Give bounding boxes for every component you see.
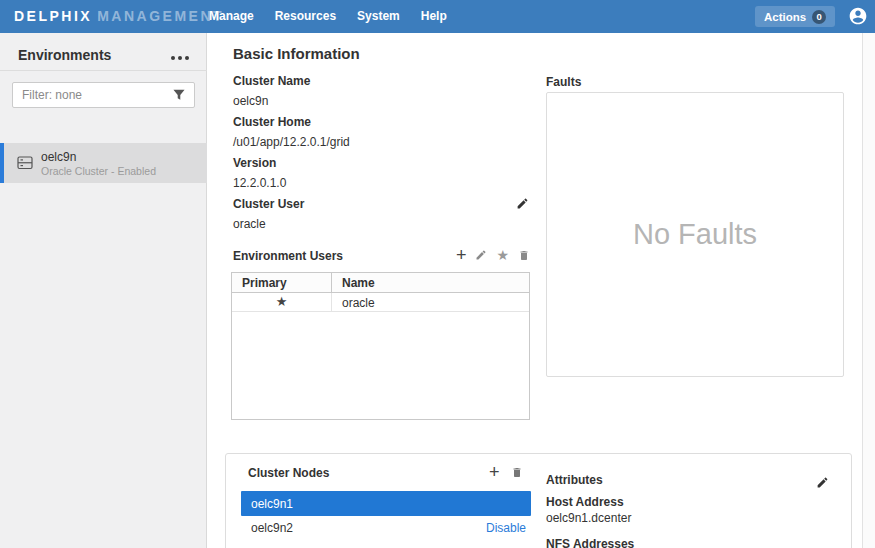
vertical-scrollbar[interactable] <box>862 33 875 548</box>
filter-input[interactable]: Filter: none <box>12 82 195 108</box>
nav-item-help[interactable]: Help <box>419 0 449 33</box>
actions-button-label: Actions <box>764 11 806 23</box>
brand-logo: DELPHIXMANAGEMENT <box>14 0 224 33</box>
primary-star-cell: ★ <box>232 293 332 311</box>
page-title: Basic Information <box>233 45 360 62</box>
field-label-cluster-name: Cluster Name <box>233 74 310 88</box>
environments-sidebar: Environments Filter: none oelc9n Oracle … <box>0 33 207 548</box>
cluster-nodes-panel: Cluster Nodes + oelc9n1 oelc9n2 Disable … <box>225 453 852 548</box>
node-name: oelc9n1 <box>251 497 293 511</box>
nav-item-manage[interactable]: Manage <box>207 0 256 33</box>
field-value-cluster-name: oelc9n <box>233 94 268 108</box>
filter-funnel-icon[interactable] <box>173 89 185 101</box>
nav-menu: Manage Resources System Help <box>207 0 449 33</box>
top-navbar: DELPHIXMANAGEMENT Manage Resources Syste… <box>0 0 875 33</box>
cluster-icon <box>17 156 33 174</box>
delete-node-trash-icon[interactable] <box>511 466 523 479</box>
brand-primary: DELPHIX <box>14 8 92 24</box>
faults-title: Faults <box>546 75 581 89</box>
edit-attributes-pencil-icon[interactable] <box>816 476 829 489</box>
node-row-oelc9n1[interactable]: oelc9n1 <box>241 491 531 516</box>
filter-input-value: Filter: none <box>22 88 173 102</box>
table-header-row: Primary Name <box>232 273 529 293</box>
column-header-name: Name <box>332 273 529 292</box>
add-user-plus-icon[interactable]: + <box>456 248 467 262</box>
name-cell: oracle <box>332 293 529 311</box>
brand-secondary: MANAGEMENT <box>97 8 224 24</box>
cluster-nodes-list: oelc9n1 oelc9n2 Disable <box>241 491 531 540</box>
sidebar-item-subtitle: Oracle Cluster - Enabled <box>41 165 156 177</box>
environment-users-table: Primary Name ★ oracle <box>231 272 530 420</box>
nav-item-resources[interactable]: Resources <box>273 0 338 33</box>
field-value-cluster-user: oracle <box>233 217 266 231</box>
sidebar-item-name: oelc9n <box>41 150 76 164</box>
column-header-primary: Primary <box>232 273 332 292</box>
edit-cluster-user-pencil-icon[interactable] <box>516 197 529 210</box>
attributes-title: Attributes <box>546 473 603 487</box>
app-window: DELPHIXMANAGEMENT Manage Resources Syste… <box>0 0 875 548</box>
attr-value-host-address: oelc9n1.dcenter <box>546 511 631 525</box>
field-label-cluster-home: Cluster Home <box>233 115 311 129</box>
sidebar-title: Environments <box>18 47 111 63</box>
delete-user-trash-icon[interactable] <box>518 249 530 262</box>
attr-label-nfs-addresses: NFS Addresses <box>546 537 634 548</box>
no-faults-message: No Faults <box>633 218 757 251</box>
field-label-cluster-user: Cluster User <box>233 197 304 211</box>
environment-users-toolbar: + ★ <box>231 248 530 262</box>
disable-node-link[interactable]: Disable <box>486 521 526 535</box>
cluster-nodes-toolbar: + <box>489 465 523 479</box>
set-primary-star-icon[interactable]: ★ <box>496 248 509 262</box>
sidebar-item-oelc9n[interactable]: oelc9n Oracle Cluster - Enabled <box>0 143 207 183</box>
nav-item-system[interactable]: System <box>355 0 402 33</box>
user-avatar-icon[interactable] <box>848 6 868 26</box>
node-row-oelc9n2[interactable]: oelc9n2 Disable <box>241 516 531 540</box>
sidebar-divider <box>0 70 207 71</box>
field-label-version: Version <box>233 156 276 170</box>
faults-panel: No Faults <box>546 92 844 377</box>
attr-label-host-address: Host Address <box>546 495 624 509</box>
field-value-version: 12.2.0.1.0 <box>233 176 286 190</box>
field-value-cluster-home: /u01/app/12.2.0.1/grid <box>233 135 350 149</box>
cluster-nodes-title: Cluster Nodes <box>248 466 329 480</box>
overflow-menu-icon[interactable] <box>168 53 192 63</box>
add-node-plus-icon[interactable]: + <box>489 465 500 479</box>
edit-user-pencil-icon[interactable] <box>475 249 487 261</box>
actions-button[interactable]: Actions 0 <box>755 6 835 27</box>
node-name: oelc9n2 <box>251 521 293 535</box>
table-row[interactable]: ★ oracle <box>232 293 529 312</box>
actions-count-badge: 0 <box>812 10 826 24</box>
